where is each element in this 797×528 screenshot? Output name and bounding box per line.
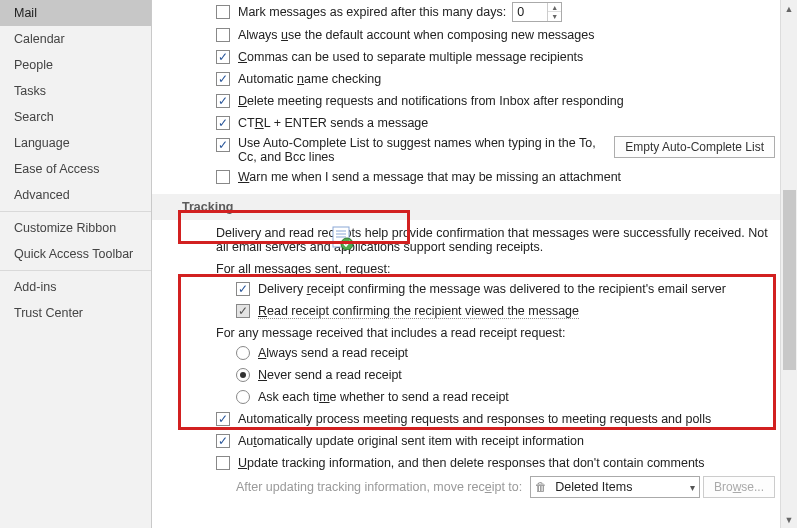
checkbox-delete-meeting[interactable] xyxy=(216,94,230,108)
sidebar-item-language[interactable]: Language xyxy=(0,130,151,156)
checkbox-update-tracking[interactable] xyxy=(216,456,230,470)
sidebar-item-customize-ribbon[interactable]: Customize Ribbon xyxy=(0,215,151,241)
sidebar-item-advanced[interactable]: Advanced xyxy=(0,182,151,208)
chevron-down-icon: ▾ xyxy=(690,482,695,493)
checkbox-default-account[interactable] xyxy=(216,28,230,42)
sidebar-item-quick-access-toolbar[interactable]: Quick Access Toolbar xyxy=(0,241,151,267)
scroll-down-arrow[interactable]: ▼ xyxy=(781,511,797,528)
checkbox-auto-name[interactable] xyxy=(216,72,230,86)
label-commas: Commas can be used to separate multiple … xyxy=(238,50,583,64)
radio-never-send[interactable] xyxy=(236,368,250,382)
label-delete-meeting: Delete meeting requests and notification… xyxy=(238,94,624,108)
radio-ask-each-time[interactable] xyxy=(236,390,250,404)
checkbox-warn-attachment[interactable] xyxy=(216,170,230,184)
sidebar-item-tasks[interactable]: Tasks xyxy=(0,78,151,104)
sidebar-item-search[interactable]: Search xyxy=(0,104,151,130)
section-header-tracking: Tracking xyxy=(152,194,797,220)
sidebar-item-add-ins[interactable]: Add-ins xyxy=(0,274,151,300)
options-main-pane: Mark messages as expired after this many… xyxy=(152,0,797,528)
label-for-any: For any message received that includes a… xyxy=(152,322,797,342)
label-warn-attachment: Warn me when I send a message that may b… xyxy=(238,170,621,184)
spinner-expire-days-value: 0 xyxy=(513,5,547,19)
label-autocomplete: Use Auto-Complete List to suggest names … xyxy=(238,136,598,164)
sidebar-item-mail[interactable]: Mail xyxy=(0,0,151,26)
options-sidebar: Mail Calendar People Tasks Search Langua… xyxy=(0,0,152,528)
browse-button[interactable]: Browse... xyxy=(703,476,775,498)
vertical-scrollbar[interactable]: ▲ ▼ xyxy=(780,0,797,528)
label-for-all: For all messages sent, request: xyxy=(152,258,797,278)
sidebar-item-calendar[interactable]: Calendar xyxy=(0,26,151,52)
folder-combo-value: Deleted Items xyxy=(555,480,632,494)
label-read-receipt: Read receipt confirming the recipient vi… xyxy=(258,304,579,319)
trash-icon: 🗑 xyxy=(535,480,547,494)
label-auto-name: Automatic name checking xyxy=(238,72,381,86)
label-ask-each-time: Ask each time whether to send a read rec… xyxy=(258,390,509,404)
radio-always-send[interactable] xyxy=(236,346,250,360)
scroll-thumb[interactable] xyxy=(783,190,796,370)
tracking-description: Delivery and read receipts help provide … xyxy=(152,220,797,258)
label-auto-update: Automatically update original sent item … xyxy=(238,434,584,448)
tracking-icon xyxy=(330,226,356,250)
checkbox-mark-expired[interactable] xyxy=(216,5,230,19)
checkbox-autocomplete[interactable] xyxy=(216,138,230,152)
label-auto-process: Automatically process meeting requests a… xyxy=(238,412,711,426)
sidebar-item-ease-of-access[interactable]: Ease of Access xyxy=(0,156,151,182)
spinner-arrows[interactable]: ▲▼ xyxy=(547,3,561,21)
label-ctrl-enter: CTRL + ENTER sends a message xyxy=(238,116,428,130)
checkbox-auto-update[interactable] xyxy=(216,434,230,448)
checkbox-commas[interactable] xyxy=(216,50,230,64)
scroll-up-arrow[interactable]: ▲ xyxy=(781,0,797,17)
label-always-send: Always send a read receipt xyxy=(258,346,408,360)
spinner-expire-days[interactable]: 0 ▲▼ xyxy=(512,2,562,22)
label-mark-expired: Mark messages as expired after this many… xyxy=(238,5,506,19)
checkbox-delivery-receipt[interactable] xyxy=(236,282,250,296)
checkbox-auto-process[interactable] xyxy=(216,412,230,426)
label-default-account: Always use the default account when comp… xyxy=(238,28,594,42)
sidebar-item-people[interactable]: People xyxy=(0,52,151,78)
label-after-update: After updating tracking information, mov… xyxy=(236,480,522,494)
folder-combo[interactable]: 🗑 Deleted Items ▾ xyxy=(530,476,700,498)
label-delivery-receipt: Delivery receipt confirming the message … xyxy=(258,282,726,296)
checkbox-read-receipt[interactable] xyxy=(236,304,250,318)
label-never-send: Never send a read receipt xyxy=(258,368,402,382)
checkbox-ctrl-enter[interactable] xyxy=(216,116,230,130)
empty-autocomplete-button[interactable]: Empty Auto-Complete List xyxy=(614,136,775,158)
sidebar-item-trust-center[interactable]: Trust Center xyxy=(0,300,151,326)
label-update-tracking: Update tracking information, and then de… xyxy=(238,456,705,470)
